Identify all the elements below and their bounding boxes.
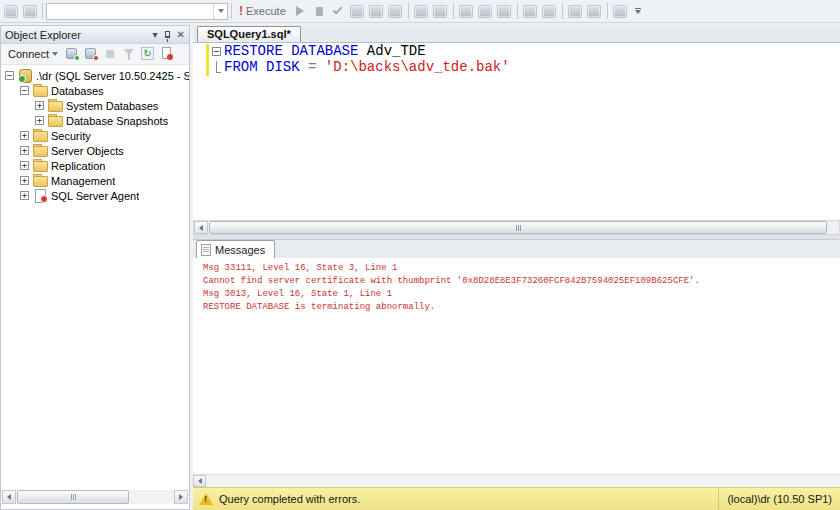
collapse-icon[interactable]: − [20,86,29,95]
scroll-left-arrow[interactable] [2,490,16,504]
template-parameters-icon [613,5,627,18]
pin-icon[interactable] [165,31,170,38]
tree-item-label[interactable]: Database Snapshots [66,115,168,127]
triangle-left-icon [198,478,202,484]
execution-plan-icon [350,5,364,18]
folder-icon [48,114,63,127]
toolbar-separator [453,3,454,19]
client-statistics-button[interactable] [431,2,450,21]
connect-button[interactable]: Connect [5,47,61,61]
editor-hscrollbar[interactable] [193,220,840,235]
tree-item-label[interactable]: .\dr (SQL Server 10.50.2425 - Sreekant [36,70,189,82]
tree-item-label[interactable]: System Databases [66,100,158,112]
filter-button[interactable] [122,47,137,61]
disconnect-button[interactable] [84,47,99,61]
debug-button[interactable] [291,2,310,21]
server-icon [18,69,33,82]
tree-item-label[interactable]: Server Objects [51,145,124,157]
scrollbar-thumb[interactable] [209,221,827,234]
expand-icon[interactable]: + [20,176,29,185]
tab-sqlquery1[interactable]: SQLQuery1.sql* [197,26,301,42]
scroll-right-arrow[interactable] [174,490,188,504]
refresh-button[interactable]: ↻ [141,47,156,61]
expand-icon[interactable]: + [35,116,44,125]
stop-icon [316,7,323,16]
comment-lines-icon [523,5,537,18]
include-actual-plan-button[interactable] [412,2,431,21]
fold-end-marker [216,61,221,73]
toolbar-window-icon-2[interactable] [20,2,39,21]
tree-item-system-databases[interactable]: +System Databases [1,98,189,113]
messages-hscrollbar[interactable] [193,474,840,487]
expand-icon[interactable]: + [20,131,29,140]
tree-item-databases[interactable]: −Databases [1,83,189,98]
tree-item-replication[interactable]: +Replication [1,158,189,173]
tree-item-label[interactable]: Security [51,130,91,142]
refresh-icon: ↻ [141,47,154,60]
expand-icon[interactable]: + [20,191,29,200]
tree-item-database-snapshots[interactable]: +Database Snapshots [1,113,189,128]
scroll-left-arrow[interactable] [194,221,208,234]
sql-editor[interactable]: RESTORE DATABASE Adv_TDEFROM DISK = 'D:\… [193,42,840,220]
stop-button[interactable] [310,2,329,21]
estimated-plan-button[interactable] [348,2,367,21]
scrollbar-thumb[interactable] [17,490,129,504]
uncomment-button[interactable] [540,2,559,21]
toolbar-overflow-button[interactable] [632,2,645,20]
results-to-file-icon [497,5,511,18]
tree-item-dr-sql-server-10-50-2425-sreekant[interactable]: −.\dr (SQL Server 10.50.2425 - Sreekant [1,68,189,83]
token-plain [316,59,324,75]
combobox-dropdown-arrow[interactable] [213,4,227,19]
tree-item-sql-server-agent[interactable]: +SQL Server Agent [1,188,189,203]
expand-icon[interactable]: + [20,146,29,155]
window-position-button[interactable]: ▾ [153,30,158,40]
intellisense-button[interactable] [386,2,405,21]
token-string: 'D:\backs\adv_tde.bak' [325,59,510,75]
stop-button-disabled[interactable] [103,47,118,61]
object-explorer-hscrollbar[interactable] [2,490,188,504]
object-explorer-titlebar[interactable]: Object Explorer ▾ ✕ [1,26,189,44]
tree-item-server-objects[interactable]: +Server Objects [1,143,189,158]
parse-button[interactable] [329,2,348,21]
query-options-button[interactable] [367,2,386,21]
tree-item-security[interactable]: +Security [1,128,189,143]
tree-item-label[interactable]: Replication [51,160,105,172]
intellisense-icon [388,5,402,18]
results-to-file-button[interactable] [495,2,514,21]
results-tabstrip: Messages [193,239,840,258]
code-area[interactable]: RESTORE DATABASE Adv_TDEFROM DISK = 'D:\… [193,43,840,75]
chevron-down-icon [218,9,224,13]
execute-button[interactable]: ! Execute [235,4,291,18]
connect-object-explorer-button[interactable] [65,47,80,61]
reports-button[interactable] [160,47,175,61]
toolbar-window-icon-1[interactable] [1,2,20,21]
increase-indent-button[interactable] [585,2,604,21]
fold-collapse-icon[interactable] [212,47,221,56]
tree-item-label[interactable]: Databases [51,85,104,97]
message-line-2: Cannot find server certificate with thum… [203,275,840,288]
client-statistics-icon [433,5,447,18]
messages-pane[interactable]: Msg 33111, Level 16, State 3, Line 1Cann… [193,258,840,474]
tab-messages[interactable]: Messages [196,240,275,258]
close-icon[interactable]: ✕ [177,30,185,40]
tree-item-label[interactable]: SQL Server Agent [51,190,139,202]
expand-icon[interactable]: + [35,101,44,110]
messages-icon [201,244,211,256]
scroll-left-arrow[interactable] [193,475,206,487]
code-line-1[interactable]: RESTORE DATABASE Adv_TDE [224,43,840,59]
expand-icon[interactable]: + [20,161,29,170]
tree-item-label[interactable]: Management [51,175,115,187]
comment-button[interactable] [521,2,540,21]
template-parameters-button[interactable] [611,2,630,21]
increase-indent-icon [587,5,601,18]
uncomment-lines-icon [542,5,556,18]
results-to-text-button[interactable] [457,2,476,21]
code-line-2[interactable]: FROM DISK = 'D:\backs\adv_tde.bak' [224,59,840,75]
results-to-grid-button[interactable] [476,2,495,21]
message-line-1: Msg 33111, Level 16, State 3, Line 1 [203,262,840,275]
collapse-icon[interactable]: − [5,71,14,80]
database-combobox[interactable] [46,3,228,20]
object-explorer-toolbar: Connect ↻ [1,44,189,65]
tree-item-management[interactable]: +Management [1,173,189,188]
decrease-indent-button[interactable] [566,2,585,21]
